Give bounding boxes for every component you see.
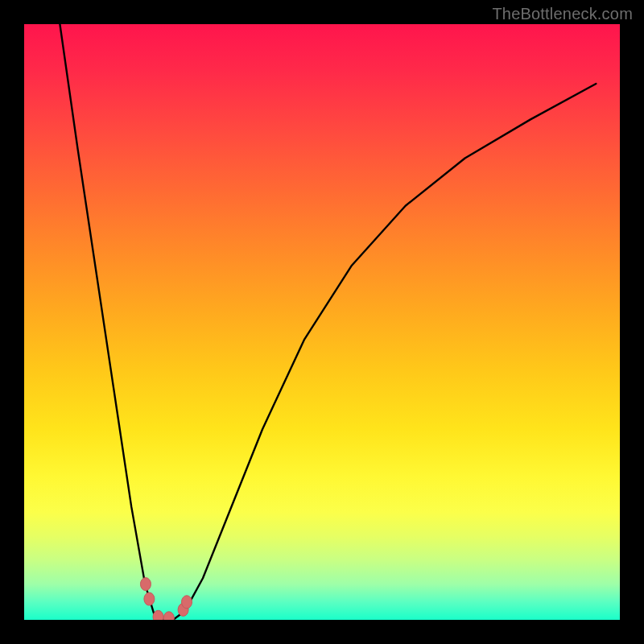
curve-marker [144,592,155,605]
watermark-text: TheBottleneck.com [492,5,633,23]
chart-frame: TheBottleneck.com [0,0,644,644]
bottleneck-curve [24,24,620,620]
plot-area [24,24,620,620]
curve-marker [163,612,174,620]
curve-marker [153,610,163,620]
curve-marker [182,596,192,609]
curve-marker [140,578,151,591]
